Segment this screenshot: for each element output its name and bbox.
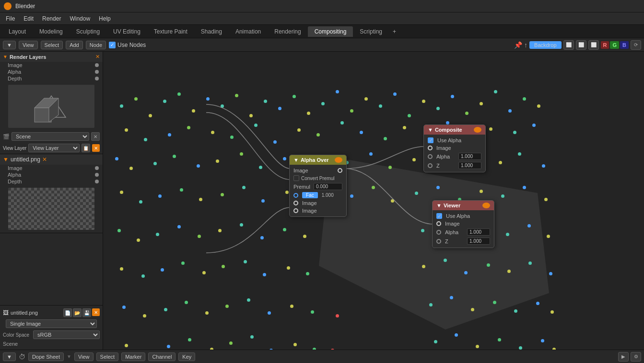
file-btn-3[interactable]: 💾	[82, 308, 91, 317]
backdrop-icon2[interactable]: ⬜	[576, 40, 586, 50]
composite-z-row: Z	[424, 161, 485, 170]
scene-btn-1[interactable]: ✕	[91, 132, 100, 141]
rgb-b-button[interactable]: B	[620, 41, 629, 49]
tab-texture-paint[interactable]: Texture Paint	[147, 26, 194, 37]
backdrop-button[interactable]: Backdrop	[529, 41, 561, 49]
alpha-over-convert-check[interactable]	[293, 175, 299, 181]
backdrop-icon3[interactable]: ⬜	[588, 40, 599, 50]
view-icon[interactable]: ⟳	[631, 40, 641, 50]
render-layers-close[interactable]: ✕	[95, 54, 100, 60]
scatter-dot	[173, 155, 176, 158]
scatter-dot	[143, 314, 146, 318]
bottom-view-menu[interactable]: View	[74, 352, 94, 361]
scatter-dot	[125, 344, 128, 347]
scatter-dot	[250, 335, 254, 339]
viewer-use-alpha-check[interactable]: ✓	[436, 213, 442, 219]
file-btn-1[interactable]: 📄	[63, 308, 72, 317]
scatter-dot	[306, 272, 309, 275]
viewer-z-input[interactable]	[467, 238, 490, 245]
add-menu[interactable]: Add	[66, 41, 83, 49]
bottom-select-menu[interactable]: Select	[96, 352, 119, 361]
rgb-g-button[interactable]: G	[610, 41, 619, 49]
dopesheet-label[interactable]: Dope Sheet	[28, 352, 64, 361]
alpha-over-img2-row: Image	[290, 207, 346, 215]
color-space-select[interactable]: sRGB	[33, 330, 100, 339]
scatter-dot	[216, 159, 219, 163]
alpha-over-close[interactable]	[335, 157, 342, 163]
tab-rendering[interactable]: Rendering	[268, 26, 307, 37]
view-menu[interactable]: View	[19, 41, 38, 49]
tab-modeling[interactable]: Modeling	[33, 26, 70, 37]
viewer-close[interactable]	[482, 203, 490, 208]
alpha-over-img2-label: Image	[302, 208, 317, 214]
checker-preview	[8, 188, 94, 230]
use-nodes-checkbox[interactable]: ✓	[109, 42, 116, 48]
use-nodes-toggle[interactable]: ✓ Use Nodes	[109, 42, 146, 48]
scatter-dot	[480, 190, 483, 193]
view-layer-btn[interactable]: 📋	[82, 144, 90, 152]
composite-close[interactable]	[474, 127, 481, 133]
up-arrow-icon[interactable]: ↑	[524, 41, 527, 49]
alpha-over-premul-input[interactable]	[314, 183, 342, 190]
scene-select[interactable]: Scene	[12, 132, 89, 141]
scatter-dot	[240, 223, 243, 227]
menu-window[interactable]: Window	[66, 14, 94, 23]
scatter-dot	[451, 95, 454, 98]
scatter-dot	[167, 345, 170, 348]
scatter-dot	[158, 194, 162, 198]
mode-dropdown[interactable]: ▼	[3, 41, 16, 49]
tab-shading[interactable]: Shading	[194, 26, 229, 37]
viewer-alpha-input[interactable]	[467, 228, 490, 236]
view-layer-select[interactable]: View Layer	[28, 144, 80, 152]
backdrop-icon1[interactable]: ⬜	[563, 40, 574, 50]
png-section: ▼ untitled.png ✕ Image Alpha Depth	[0, 154, 103, 233]
node-canvas[interactable]: ▼ Alpha Over Image Convert Premul Premul	[103, 52, 644, 350]
render-layers-header[interactable]: ▼ Render Layers ✕	[0, 52, 103, 62]
tab-compositing[interactable]: Compositing	[308, 26, 353, 37]
viewer-node[interactable]: ▼ Viewer ✓ Use Alpha Image Alpha	[432, 200, 494, 248]
render-layers-title: Render Layers	[10, 54, 94, 60]
scatter-dot	[129, 167, 133, 170]
menu-render[interactable]: Render	[38, 14, 65, 23]
rgb-r-button[interactable]: R	[601, 41, 609, 49]
tab-scripting[interactable]: Scripting	[353, 26, 389, 37]
composite-alpha-input[interactable]	[458, 153, 481, 160]
bottom-key-menu[interactable]: Key	[178, 352, 195, 361]
tab-uv-editing[interactable]: UV Editing	[106, 26, 147, 37]
bottom-file-section: 🖼 untitled.png 📄 📂 💾 ✕ Single Image Colo…	[0, 305, 103, 350]
menu-help[interactable]: Help	[95, 14, 115, 23]
composite-title: Composite	[435, 127, 462, 133]
view-layer-close[interactable]: ✕	[92, 144, 100, 152]
pin-icon[interactable]: 📌	[514, 41, 522, 49]
select-menu[interactable]: Select	[41, 41, 63, 49]
menu-file[interactable]: File	[2, 14, 19, 23]
composite-node[interactable]: ▼ Composite ✓ Use Alpha Image Alpha	[423, 125, 486, 172]
composite-use-alpha-check[interactable]: ✓	[428, 137, 433, 143]
alpha-over-node[interactable]: ▼ Alpha Over Image Convert Premul Premul	[289, 155, 347, 217]
composite-alpha-row: Alpha	[424, 152, 485, 161]
scatter-dot	[249, 114, 253, 117]
render-layers-arrow: ▼	[3, 54, 8, 59]
scatter-dot	[125, 128, 128, 132]
menu-edit[interactable]: Edit	[20, 14, 37, 23]
png-header[interactable]: ▼ untitled.png ✕	[0, 154, 103, 165]
bottom-marker-menu[interactable]: Marker	[121, 352, 145, 361]
file-btn-2[interactable]: 📂	[73, 308, 82, 317]
bottom-mode-dropdown[interactable]: ▼	[3, 352, 16, 361]
png-close[interactable]: ✕	[42, 156, 47, 163]
scatter-dot	[307, 112, 310, 115]
viewer-z-label: Z	[445, 238, 448, 244]
play-icon[interactable]: ▶	[618, 352, 629, 362]
file-type-select[interactable]: Single Image	[6, 319, 97, 328]
tab-add-icon[interactable]: +	[389, 26, 400, 37]
file-close[interactable]: ✕	[92, 308, 100, 316]
viewer-arrow: ▼	[436, 203, 442, 208]
tab-layout[interactable]: Layout	[2, 26, 33, 37]
tab-animation[interactable]: Animation	[229, 26, 268, 37]
composite-z-input[interactable]	[458, 162, 481, 169]
scatter-dot	[340, 121, 344, 125]
node-menu[interactable]: Node	[86, 41, 106, 49]
tab-sculpting[interactable]: Sculpting	[70, 26, 106, 37]
bottom-channel-menu[interactable]: Channel	[148, 352, 176, 361]
settings-icon[interactable]: ⚙	[631, 352, 641, 362]
